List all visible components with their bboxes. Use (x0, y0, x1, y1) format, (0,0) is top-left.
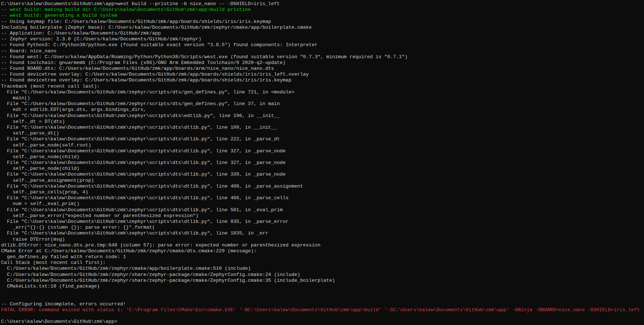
terminal-line: self._parse_dt() (1, 131, 644, 136)
terminal-line: -- Board: nice_nano (1, 48, 644, 54)
terminal-line: self._parse_node(child) (1, 166, 644, 172)
terminal-line: main() (1, 95, 644, 101)
terminal-line: -- Found devicetree overlay: C:/Users/ka… (1, 72, 644, 77)
terminal-line (1, 289, 644, 295)
terminal-line: CMake Error at C:/Users/kalew/Documents/… (1, 248, 644, 254)
terminal-line: C:/Users/kalew/Documents/GitHub/zmk/zeph… (1, 272, 644, 278)
terminal-line: File "C:\Users\kalew\Documents\GitHub\zm… (1, 184, 644, 189)
terminal-line: Including boilerplate (Zephyr base): C:/… (1, 25, 644, 31)
terminal-line: -- west build: generating a build system (1, 13, 644, 19)
terminal-window[interactable]: C:\Users\kalew\Documents\GitHub\zmk\app>… (0, 0, 644, 325)
terminal-line: File "C:\Users\kalew\Documents\GitHub\zm… (1, 172, 644, 177)
terminal-line: dtlib.DTError: nice_nano.dts.pre.tmp:648… (1, 242, 644, 248)
terminal-line: -- Found toolchain: gnuarmemb (C:/Progra… (1, 60, 644, 66)
terminal-line: -- Found west: C:/Users/kalew/AppData/Ro… (1, 54, 644, 60)
terminal-line: gen_defines.py failed with return code: … (1, 254, 644, 260)
terminal-line (1, 295, 644, 301)
terminal-line: File "C:\Users\kalew\Documents\GitHub\zm… (1, 136, 644, 142)
terminal-line: File "C:/Users/kalew/Documents/GitHub/zm… (1, 101, 644, 107)
terminal-line: num = self._eval_prim() (1, 201, 644, 207)
terminal-line: File "C:\Users\kalew\Documents\GitHub\zm… (1, 207, 644, 213)
terminal-line: File "C:\Users\kalew\Documents\GitHub\zm… (1, 195, 644, 201)
terminal-line: self._parse_node(child) (1, 154, 644, 160)
terminal-line: File "C:\Users\kalew\Documents\GitHub\zm… (1, 230, 644, 236)
terminal-line: edt = edtlib.EDT(args.dts, args.bindings… (1, 107, 644, 113)
terminal-line: File "C:/Users/kalew/Documents/GitHub/zm… (1, 89, 644, 95)
terminal-line: File "C:\Users\kalew\Documents\GitHub\zm… (1, 160, 644, 166)
terminal-line: -- Zephyr version: 2.3.0 (C:/Users/kalew… (1, 36, 644, 42)
terminal-line: -- Found devicetree overlay: C:/Users/ka… (1, 77, 644, 83)
command-prompt[interactable]: C:\Users\kalew\Documents\GitHub\zmk\app> (1, 319, 644, 325)
terminal-line: self._dt = DT(dts) (1, 119, 644, 125)
fatal-error-line: FATAL ERROR: command exited with status … (1, 307, 644, 313)
terminal-line: -- Found Python3: C:/Python38/python.exe… (1, 42, 644, 48)
terminal-line: self._parse_cells(prop, 4) (1, 189, 644, 195)
terminal-line: -- west build: making build dir C:\Users… (1, 7, 644, 13)
command-line: C:\Users\kalew\Documents\GitHub\zmk\app>… (1, 1, 644, 7)
terminal-line: Call Stack (most recent call first): (1, 260, 644, 266)
terminal-line: C:/Users/kalew/Documents/GitHub/zmk/zeph… (1, 266, 644, 272)
terminal-line (1, 313, 644, 319)
terminal-line: _err("{}:{} (column {}): parse error: {}… (1, 225, 644, 230)
terminal-line: CMakeLists.txt:18 (find_package) (1, 284, 644, 289)
terminal-line: self._parse_error("expected number or pa… (1, 213, 644, 219)
terminal-line: -- Using keymap file: C:/Users/kalew/Doc… (1, 19, 644, 25)
terminal-line: self._parse_assignment(prop) (1, 178, 644, 184)
terminal-output: C:\Users\kalew\Documents\GitHub\zmk\app>… (1, 1, 644, 325)
terminal-line: raise DTError(msg) (1, 237, 644, 242)
terminal-line: File "C:\Users\kalew\Documents\GitHub\zm… (1, 148, 644, 154)
terminal-line: File "C:\Users\kalew\Documents\GitHub\zm… (1, 113, 644, 119)
terminal-line: -- Configuring incomplete, errors occurr… (1, 301, 644, 307)
terminal-line: Traceback (most recent call last): (1, 84, 644, 89)
terminal-line: File "C:\Users\kalew\Documents\GitHub\zm… (1, 125, 644, 131)
terminal-line: File "C:\Users\kalew\Documents\GitHub\zm… (1, 219, 644, 225)
terminal-line: C:/Users/kalew/Documents/GitHub/zmk/zeph… (1, 278, 644, 284)
terminal-line: -- Application: C:/Users/kalew/Documents… (1, 31, 644, 36)
terminal-line: -- Found BOARD.dts: C:/Users/kalew/Docum… (1, 66, 644, 72)
terminal-line: self._parse_node(self.root) (1, 143, 644, 148)
